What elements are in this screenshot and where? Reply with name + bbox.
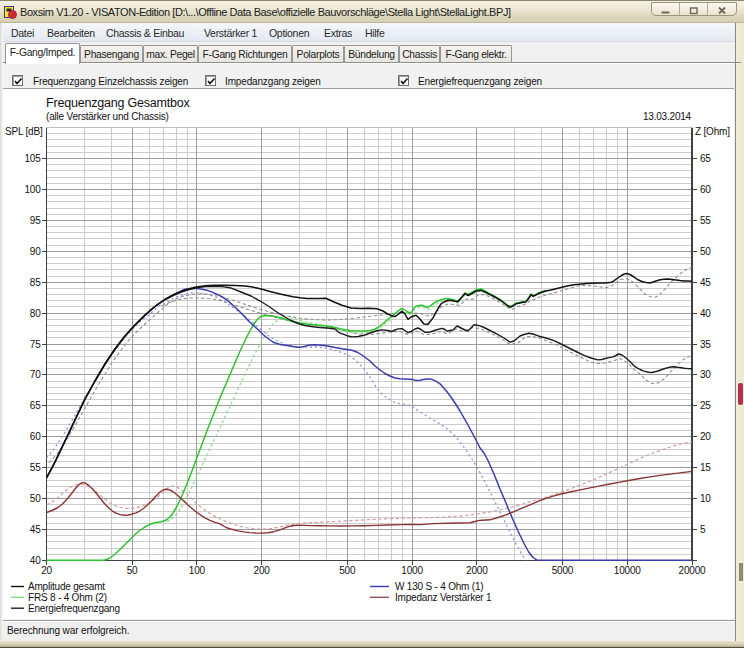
svg-text:60: 60	[30, 431, 41, 442]
svg-text:200: 200	[254, 565, 271, 576]
svg-text:5000: 5000	[552, 565, 574, 576]
svg-text:Impedanz Verstärker 1: Impedanz Verstärker 1	[395, 592, 492, 603]
svg-text:Energiefrequenzgang: Energiefrequenzgang	[28, 603, 120, 614]
svg-text:SPL [dB]: SPL [dB]	[5, 126, 43, 137]
svg-text:50: 50	[127, 565, 138, 576]
svg-text:85: 85	[30, 277, 41, 288]
svg-text:500: 500	[339, 565, 356, 576]
svg-text:Amplitude gesamt: Amplitude gesamt	[28, 581, 105, 592]
svg-text:Z [Ohm]: Z [Ohm]	[695, 126, 730, 137]
svg-text:2000: 2000	[466, 565, 488, 576]
svg-text:100: 100	[24, 184, 41, 195]
svg-text:105: 105	[24, 153, 41, 164]
svg-text:55: 55	[30, 462, 41, 473]
svg-text:50: 50	[700, 246, 711, 257]
svg-text:15: 15	[700, 462, 711, 473]
svg-text:40: 40	[30, 555, 41, 566]
svg-text:75: 75	[30, 339, 41, 350]
svg-text:FRS 8 - 4 Ohm (2): FRS 8 - 4 Ohm (2)	[28, 592, 107, 603]
svg-text:(alle Verstärker und Chassis): (alle Verstärker und Chassis)	[46, 111, 169, 122]
svg-text:20: 20	[41, 565, 52, 576]
svg-text:95: 95	[30, 215, 41, 226]
svg-text:Frequenzgang Gesamtbox: Frequenzgang Gesamtbox	[46, 96, 191, 110]
svg-text:55: 55	[700, 215, 711, 226]
svg-text:30: 30	[700, 369, 711, 380]
svg-text:35: 35	[700, 339, 711, 350]
svg-text:40: 40	[700, 308, 711, 319]
svg-text:20000: 20000	[679, 565, 706, 576]
svg-text:100: 100	[189, 565, 206, 576]
svg-text:10: 10	[700, 493, 711, 504]
svg-text:70: 70	[30, 369, 41, 380]
svg-text:90: 90	[30, 246, 41, 257]
svg-text:45: 45	[30, 524, 41, 535]
svg-text:60: 60	[700, 184, 711, 195]
svg-text:80: 80	[30, 308, 41, 319]
svg-text:50: 50	[30, 493, 41, 504]
svg-text:13.03.2014: 13.03.2014	[643, 111, 692, 122]
svg-text:1000: 1000	[401, 565, 423, 576]
svg-text:W 130 S - 4 Ohm (1): W 130 S - 4 Ohm (1)	[395, 581, 483, 592]
svg-text:5: 5	[700, 524, 706, 535]
svg-text:65: 65	[30, 400, 41, 411]
svg-text:45: 45	[700, 277, 711, 288]
svg-text:10000: 10000	[614, 565, 641, 576]
svg-text:20: 20	[700, 431, 711, 442]
svg-text:25: 25	[700, 400, 711, 411]
svg-text:65: 65	[700, 153, 711, 164]
